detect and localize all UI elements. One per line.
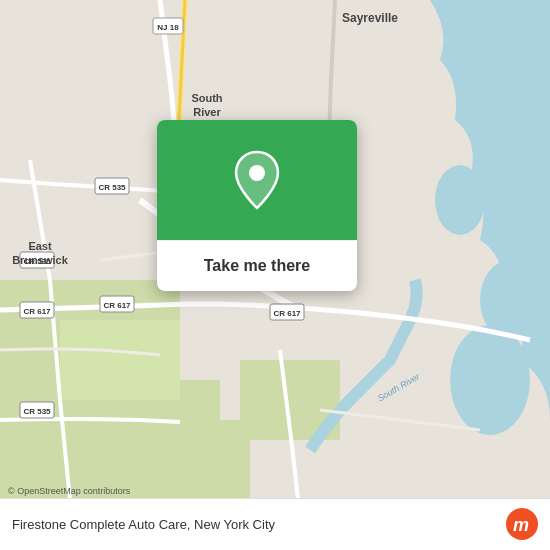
svg-point-7 bbox=[480, 260, 540, 340]
svg-text:South: South bbox=[191, 92, 222, 104]
svg-text:NJ 18: NJ 18 bbox=[157, 23, 179, 32]
svg-text:East: East bbox=[28, 240, 52, 252]
svg-rect-3 bbox=[60, 320, 180, 400]
svg-point-6 bbox=[450, 325, 530, 435]
svg-text:m: m bbox=[513, 515, 529, 535]
svg-text:Brunswick: Brunswick bbox=[12, 254, 69, 266]
moovit-icon: m bbox=[506, 508, 538, 540]
bottom-bar: Firestone Complete Auto Care, New York C… bbox=[0, 498, 550, 550]
svg-text:CR 617: CR 617 bbox=[103, 301, 131, 310]
moovit-svg-icon: m bbox=[511, 513, 533, 535]
svg-text:CR 617: CR 617 bbox=[23, 307, 51, 316]
popup-card: Take me there bbox=[157, 120, 357, 291]
svg-text:River: River bbox=[193, 106, 221, 118]
location-text: Firestone Complete Auto Care, New York C… bbox=[12, 517, 275, 532]
svg-text:CR 535: CR 535 bbox=[23, 407, 51, 416]
svg-text:Sayreville: Sayreville bbox=[342, 11, 398, 25]
button-label: Take me there bbox=[204, 257, 310, 275]
svg-point-32 bbox=[249, 165, 265, 181]
location-pin-icon bbox=[232, 150, 282, 210]
map-container: NJ 18 CR 535 CR 617 CR 617 CR 535 CR 617… bbox=[0, 0, 550, 550]
take-me-there-button[interactable]: Take me there bbox=[157, 240, 357, 291]
osm-credit: © OpenStreetMap contributors bbox=[8, 486, 130, 496]
svg-text:CR 535: CR 535 bbox=[98, 183, 126, 192]
svg-rect-5 bbox=[170, 420, 250, 500]
moovit-logo: m bbox=[506, 508, 538, 540]
svg-point-8 bbox=[435, 165, 485, 235]
osm-credit-text: © OpenStreetMap contributors bbox=[8, 486, 130, 496]
popup-green-header bbox=[157, 120, 357, 240]
svg-point-9 bbox=[460, 70, 500, 130]
svg-text:CR 617: CR 617 bbox=[273, 309, 301, 318]
